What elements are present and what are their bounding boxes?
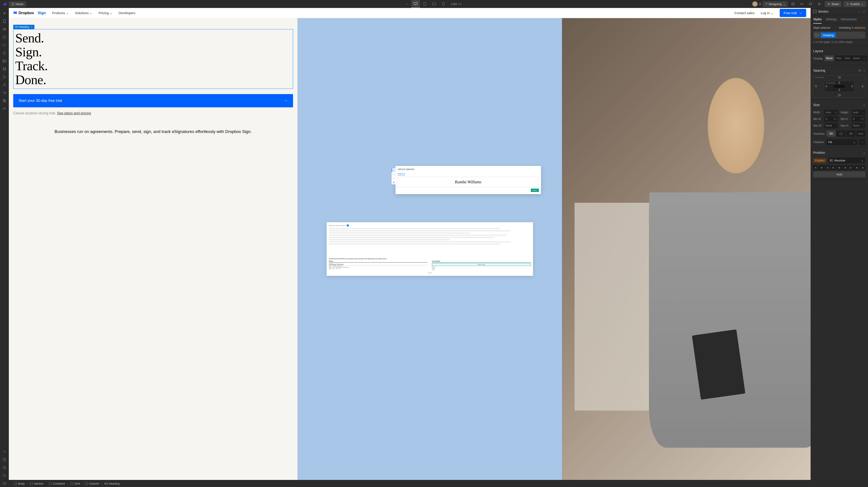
chevron-down-icon[interactable]: ⌄: [859, 34, 865, 37]
padding-top[interactable]: 0: [839, 81, 840, 84]
tab-styles[interactable]: Styles: [813, 15, 822, 24]
display-grid[interactable]: Grid: [843, 55, 852, 61]
logic-button[interactable]: [1, 73, 8, 81]
ecommerce-button[interactable]: [1, 89, 8, 96]
add-element-button[interactable]: [1, 10, 8, 17]
crumb-section[interactable]: Section: [27, 482, 46, 485]
selection-badge[interactable]: H1 Heading: [13, 25, 34, 29]
selector-tag[interactable]: Heading: [821, 33, 836, 38]
breakpoint-icon[interactable]: [814, 32, 819, 38]
help-button[interactable]: [1, 456, 8, 463]
search-button[interactable]: [1, 472, 8, 479]
nav-solutions[interactable]: Solutions ⌄: [75, 11, 93, 15]
overflow-hidden[interactable]: [836, 130, 845, 137]
landscape-breakpoint-button[interactable]: [430, 0, 438, 8]
display-none[interactable]: None: [851, 55, 861, 61]
pages-button[interactable]: [1, 18, 8, 25]
display-flex[interactable]: Flex: [834, 55, 843, 61]
video-button[interactable]: [1, 480, 8, 487]
publish-button[interactable]: Publish ⌄: [843, 1, 866, 7]
variables-button[interactable]: [1, 41, 8, 49]
design-canvas[interactable]: Dropbox Sign Products ⌄ Solutions ⌄ Pric…: [9, 8, 811, 480]
pos-tl[interactable]: ◧: [813, 165, 818, 170]
user-avatar[interactable]: [752, 1, 757, 7]
mobile-breakpoint-button[interactable]: [439, 0, 448, 8]
comment-icon[interactable]: [807, 0, 814, 7]
nav-pricing[interactable]: Pricing ⌄: [98, 11, 113, 15]
position-heading[interactable]: Position: [813, 150, 825, 155]
share-button[interactable]: Share: [825, 1, 842, 7]
spacing-preset-icon[interactable]: ▭: [859, 69, 861, 72]
position-select[interactable]: Absolute ⌄: [828, 157, 865, 163]
margin-left[interactable]: 0: [815, 85, 817, 88]
upload-tool-icon[interactable]: ⬚: [392, 176, 396, 180]
camera-tool-icon[interactable]: ◉: [392, 180, 396, 184]
crumb-body[interactable]: Body: [11, 482, 27, 485]
login-link[interactable]: Log in ⌄: [761, 11, 774, 15]
chevron-down-icon[interactable]: ⌄: [863, 69, 865, 72]
selector-combobox[interactable]: Heading ⌄: [813, 32, 865, 39]
pos-br[interactable]: ◨: [860, 165, 865, 170]
layout-heading[interactable]: Layout: [813, 48, 865, 54]
webflow-logo[interactable]: [2, 1, 8, 7]
check-icon[interactable]: [789, 0, 797, 7]
chevron-down-icon[interactable]: ⌄: [863, 103, 865, 106]
canvas-width-label[interactable]: 1291 PX: [448, 2, 465, 6]
click-to-sign-field[interactable]: Click to sign: [432, 263, 531, 266]
pos-bc[interactable]: ▣: [854, 165, 859, 170]
min-width-input[interactable]: 0PX: [824, 116, 838, 122]
max-height-input[interactable]: None–: [852, 123, 865, 128]
overflow-visible[interactable]: [827, 130, 836, 137]
spacing-control[interactable]: MARGIN 15 0 0 15 PADDING 0 0 0 0: [813, 75, 865, 97]
tablet-breakpoint-button[interactable]: [421, 0, 429, 8]
max-width-input[interactable]: None–: [824, 123, 838, 128]
spacing-heading[interactable]: Spacing: [813, 68, 825, 73]
insert-button[interactable]: Insert: [531, 189, 539, 192]
signature-canvas[interactable]: Kumba Williams: [398, 177, 539, 187]
crumb-heading[interactable]: H1 Heading: [102, 482, 122, 485]
desktop-breakpoint-button[interactable]: [411, 0, 420, 8]
play-icon[interactable]: [816, 0, 823, 7]
hero-heading[interactable]: Send. Sign. Track. Done.: [13, 29, 293, 89]
start-trial-button[interactable]: Start your 30-day free trial →: [13, 94, 293, 107]
more-icon[interactable]: ⋯: [858, 10, 861, 13]
position-auto[interactable]: Auto: [813, 172, 865, 177]
navigator-button[interactable]: [1, 26, 8, 33]
padding-bottom[interactable]: 0: [839, 88, 840, 91]
checklist-button[interactable]: [1, 464, 8, 471]
apps-button[interactable]: [1, 97, 8, 104]
users-button[interactable]: [1, 81, 8, 88]
dropbox-sign-logo[interactable]: Dropbox Sign: [13, 11, 46, 15]
margin-bottom[interactable]: 15: [838, 94, 841, 97]
pos-mr[interactable]: ◨: [842, 165, 848, 170]
tab-interactions[interactable]: Interactions: [841, 15, 857, 24]
free-trial-button[interactable]: Free trial →: [780, 9, 806, 17]
overflow-auto[interactable]: Auto: [856, 130, 865, 137]
draw-tab[interactable]: Draw it in: [398, 173, 405, 175]
pos-mc[interactable]: ▣: [837, 165, 842, 170]
mode-selector[interactable]: Designing ⌄: [763, 1, 787, 7]
audit-button[interactable]: [1, 105, 8, 112]
size-heading[interactable]: Size: [813, 102, 819, 108]
code-icon[interactable]: [798, 0, 805, 7]
height-input[interactable]: Auto–: [852, 110, 865, 115]
assets-button[interactable]: [1, 57, 8, 64]
pos-bl[interactable]: ◧: [848, 165, 854, 170]
overflow-scroll[interactable]: [846, 130, 856, 137]
width-input[interactable]: Auto%: [824, 110, 838, 115]
components-button[interactable]: [1, 34, 8, 41]
cms-button[interactable]: [1, 65, 8, 72]
min-height-input[interactable]: 0PX: [852, 116, 865, 122]
plans-link[interactable]: See plans and pricing: [57, 111, 91, 115]
pos-tc[interactable]: ▣: [819, 165, 824, 170]
nav-products[interactable]: Products ⌄: [52, 11, 69, 15]
more-icon[interactable]: ⋯: [404, 0, 411, 7]
crumb-container[interactable]: Container: [46, 482, 68, 485]
pos-tr[interactable]: ◨: [825, 165, 830, 170]
padding-left[interactable]: 0: [826, 85, 827, 88]
chevron-down-icon[interactable]: ⌄: [863, 151, 865, 154]
type-tool-icon[interactable]: A: [392, 172, 396, 176]
expand-icon[interactable]: ⤢: [863, 10, 865, 13]
pos-ml[interactable]: ◧: [831, 165, 836, 170]
crumb-column[interactable]: Column: [83, 482, 102, 485]
